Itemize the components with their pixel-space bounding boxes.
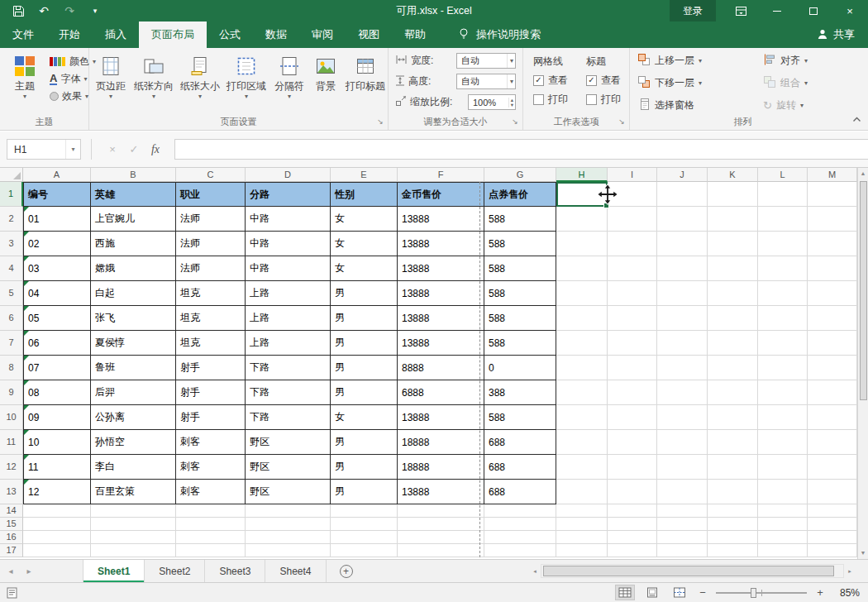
cell-L1[interactable]: [758, 182, 808, 207]
cell-F3[interactable]: 13888: [398, 232, 484, 256]
cell-G15[interactable]: [484, 518, 556, 531]
page-setup-button-print-area[interactable]: 打印区域▾: [223, 50, 269, 100]
cell-H11[interactable]: [556, 430, 608, 455]
cell-A1[interactable]: 编号: [23, 182, 91, 207]
cell-K13[interactable]: [708, 480, 758, 504]
zoom-level[interactable]: 85%: [833, 587, 860, 599]
cell-G13[interactable]: 688: [484, 480, 556, 504]
select-all-button[interactable]: [0, 168, 23, 182]
cell-A2[interactable]: 01: [23, 207, 91, 232]
cell-F1[interactable]: 金币售价: [398, 182, 484, 207]
cell-D9[interactable]: 下路: [246, 380, 331, 405]
cell-J15[interactable]: [657, 518, 708, 531]
cell-C3[interactable]: 法师: [176, 232, 246, 256]
cell-J1[interactable]: [657, 182, 708, 207]
cell-E17[interactable]: [331, 544, 398, 557]
gridlines-view-checkbox[interactable]: ✓: [533, 75, 544, 86]
cell-J7[interactable]: [657, 331, 708, 356]
cell-J10[interactable]: [657, 405, 708, 430]
width-combobox[interactable]: 自动▾: [456, 53, 516, 69]
cell-F2[interactable]: 13888: [398, 207, 484, 232]
cell-B10[interactable]: 公孙离: [91, 405, 176, 430]
cell-M13[interactable]: [808, 480, 857, 504]
sheet-tab-sheet1[interactable]: Sheet1: [83, 560, 145, 582]
maximize-button[interactable]: [795, 0, 832, 22]
cell-L4[interactable]: [758, 256, 808, 281]
cell-M15[interactable]: [808, 518, 857, 531]
cell-L12[interactable]: [758, 455, 808, 480]
cell-J3[interactable]: [657, 232, 708, 256]
sheet-nav-right-button[interactable]: ▸: [23, 566, 35, 576]
cell-I14[interactable]: [608, 504, 657, 518]
scroll-right-button[interactable]: ▸: [844, 566, 856, 577]
cell-B13[interactable]: 百里玄策: [91, 480, 176, 504]
cell-I10[interactable]: [608, 405, 657, 430]
cell-K4[interactable]: [708, 256, 758, 281]
headings-view-option[interactable]: ✓查看: [586, 74, 621, 87]
cell-J9[interactable]: [657, 380, 708, 405]
cell-B7[interactable]: 夏侯惇: [91, 331, 176, 356]
page-setup-button-print-titles[interactable]: 打印标题: [342, 50, 389, 100]
cell-B5[interactable]: 白起: [91, 281, 176, 306]
cell-I12[interactable]: [608, 455, 657, 480]
cell-J16[interactable]: [657, 531, 708, 544]
cell-F6[interactable]: 13888: [398, 306, 484, 331]
page-setup-button-orientation[interactable]: 纸张方向▾: [131, 50, 177, 100]
cell-H12[interactable]: [556, 455, 608, 480]
cell-D10[interactable]: 下路: [246, 405, 331, 430]
sign-in-button[interactable]: 登录: [670, 0, 716, 22]
cell-B12[interactable]: 李白: [91, 455, 176, 480]
cell-A6[interactable]: 05: [23, 306, 91, 331]
insert-function-button[interactable]: fx: [145, 143, 166, 156]
cell-I3[interactable]: [608, 232, 657, 256]
cell-M10[interactable]: [808, 405, 857, 430]
cell-A9[interactable]: 08: [23, 380, 91, 405]
cell-B2[interactable]: 上官婉儿: [91, 207, 176, 232]
cell-I16[interactable]: [608, 531, 657, 544]
cell-K1[interactable]: [708, 182, 758, 207]
rotate-button[interactable]: ↻旋转▾: [761, 96, 810, 115]
cell-K14[interactable]: [708, 504, 758, 518]
cell-L2[interactable]: [758, 207, 808, 232]
cell-L9[interactable]: [758, 380, 808, 405]
cell-G1[interactable]: 点券售价: [484, 182, 556, 207]
cell-J2[interactable]: [657, 207, 708, 232]
cell-M17[interactable]: [808, 544, 857, 557]
cell-C8[interactable]: 射手: [176, 356, 246, 380]
cell-G3[interactable]: 588: [484, 232, 556, 256]
cell-J14[interactable]: [657, 504, 708, 518]
cell-D2[interactable]: 中路: [246, 207, 331, 232]
save-button[interactable]: [12, 4, 25, 17]
height-combobox[interactable]: 自动▾: [456, 74, 516, 89]
page-setup-button-background[interactable]: 背景: [309, 50, 342, 100]
cell-A5[interactable]: 04: [23, 281, 91, 306]
cell-C2[interactable]: 法师: [176, 207, 246, 232]
cell-C9[interactable]: 射手: [176, 380, 246, 405]
cell-L15[interactable]: [758, 518, 808, 531]
zoom-slider-handle[interactable]: [751, 588, 756, 598]
zoom-in-button[interactable]: +: [814, 586, 826, 599]
cell-H13[interactable]: [556, 480, 608, 504]
scale-spinner[interactable]: 100%▴▾: [468, 94, 516, 110]
cell-D15[interactable]: [246, 518, 331, 531]
cell-D1[interactable]: 分路: [246, 182, 331, 207]
cell-E13[interactable]: 男: [331, 480, 398, 504]
page-setup-button-margins[interactable]: 页边距▾: [91, 50, 131, 100]
group-button[interactable]: 组合▾: [761, 74, 810, 93]
cell-F8[interactable]: 8888: [398, 356, 484, 380]
enter-button[interactable]: ✓: [123, 143, 145, 155]
cell-B11[interactable]: 孙悟空: [91, 430, 176, 455]
horizontal-scrollbar[interactable]: ◂ ▸: [529, 564, 856, 578]
selection-pane-button[interactable]: 选择窗格: [635, 96, 704, 115]
cell-D5[interactable]: 上路: [246, 281, 331, 306]
cell-E12[interactable]: 男: [331, 455, 398, 480]
cell-J17[interactable]: [657, 544, 708, 557]
cell-D13[interactable]: 野区: [246, 480, 331, 504]
ribbon-tab-view[interactable]: 视图: [346, 22, 392, 48]
cell-M12[interactable]: [808, 455, 857, 480]
cell-G5[interactable]: 588: [484, 281, 556, 306]
cell-I5[interactable]: [608, 281, 657, 306]
name-box-dropdown[interactable]: ▾: [65, 140, 80, 159]
cell-L10[interactable]: [758, 405, 808, 430]
sheet-options-dialog-launcher[interactable]: ↘: [617, 117, 627, 127]
